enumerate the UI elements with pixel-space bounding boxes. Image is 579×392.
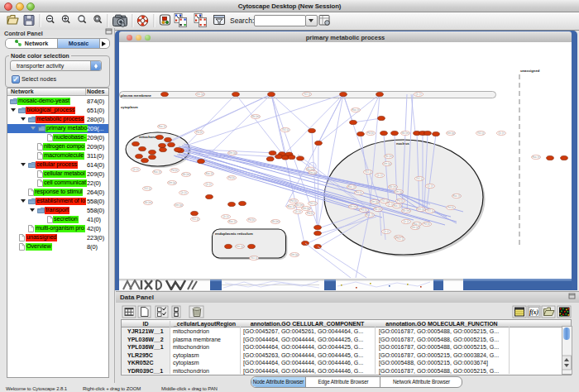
- svg-text:f(x): f(x): [529, 308, 539, 316]
